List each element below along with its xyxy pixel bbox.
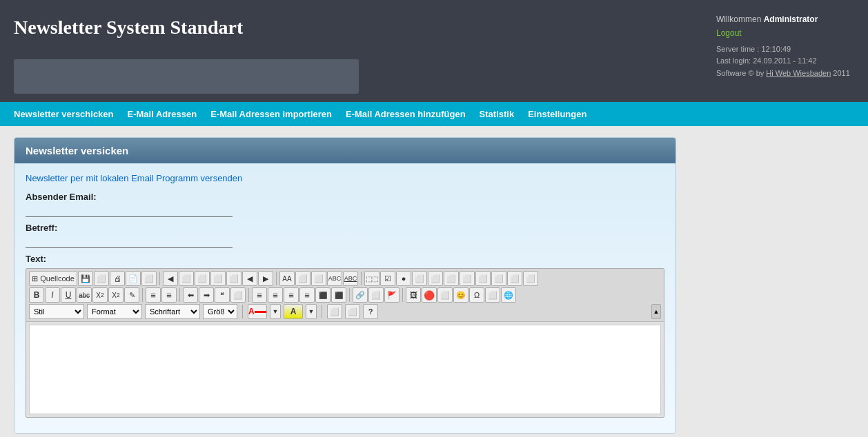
- toolbar-radio-btn[interactable]: ●: [396, 271, 411, 286]
- nav: Newsletter verschicken E-Mail Adressen E…: [0, 102, 868, 126]
- toolbar-code-btn[interactable]: ⬜: [230, 287, 246, 303]
- software-line: Software © by Hi Web Wiesbaden 2011: [716, 68, 854, 80]
- nav-einstellungen[interactable]: Einstellungen: [521, 106, 593, 122]
- toolbar-img-btn[interactable]: 🖼: [406, 287, 421, 303]
- toolbar-find-btn[interactable]: AA: [279, 271, 295, 286]
- toolbar-new-btn[interactable]: ⬜: [94, 271, 109, 286]
- betreff-input[interactable]: [26, 234, 233, 248]
- toolbar-bold-btn[interactable]: B: [29, 287, 44, 303]
- toolbar-iframe-btn[interactable]: ⬜: [485, 287, 500, 303]
- toolbar-strike-btn[interactable]: abc: [77, 287, 92, 303]
- nav-email-importieren[interactable]: E-Mail Adressen importieren: [204, 106, 339, 122]
- toolbar-anchor-btn[interactable]: 🚩: [384, 287, 400, 303]
- toolbar-align-center-btn[interactable]: ≡: [268, 287, 283, 303]
- toolbar-sub-btn[interactable]: X2: [92, 287, 108, 303]
- nav-statistik[interactable]: Statistik: [473, 106, 522, 122]
- toolbar-table2-btn[interactable]: ⬜: [437, 287, 453, 303]
- logout-link[interactable]: Logout: [716, 26, 854, 40]
- editor-body[interactable]: [29, 325, 661, 414]
- header: Newsletter System Standart Willkommen Ad…: [0, 0, 868, 102]
- toolbar-align-justify-btn[interactable]: ≡: [299, 287, 315, 303]
- toolbar-quellcode-btn[interactable]: ⊞StilQuellcode: [29, 271, 77, 286]
- toolbar-field7-btn[interactable]: ⬜: [507, 271, 522, 286]
- toolbar-preview-btn[interactable]: 📄: [126, 271, 141, 286]
- toolbar-field8-btn[interactable]: ⬜: [523, 271, 538, 286]
- schriftart-select[interactable]: Schriftart: [145, 304, 200, 319]
- toolbar-row-2: B I U abc X2 X2 ✎ ≡ ≡ ⬅ ➡: [29, 287, 661, 303]
- toolbar-checkbox-btn[interactable]: ☑: [380, 271, 395, 286]
- toolbar-flash-btn[interactable]: 🔴: [422, 287, 437, 303]
- text-row: Text: ⊞StilQuellcode 💾 ⬜ 🖨: [26, 254, 664, 418]
- toolbar-special-btn[interactable]: Ω: [469, 287, 484, 303]
- toolbar-save-btn[interactable]: 💾: [78, 271, 93, 286]
- toolbar-outdent-btn[interactable]: ⬅: [183, 287, 198, 303]
- toolbar-paste4-btn[interactable]: ⬜: [345, 304, 360, 319]
- toolbar-align-left-btn[interactable]: ≡: [252, 287, 267, 303]
- toolbar-unlink-btn[interactable]: ⬜: [368, 287, 384, 303]
- local-email-link[interactable]: Newsletter per mit lokalen Email Program…: [26, 173, 242, 183]
- toolbar-paste2-btn[interactable]: ⬜: [226, 271, 241, 286]
- toolbar-field4-btn[interactable]: ⬜: [460, 271, 475, 286]
- toolbar-spell-btn[interactable]: ABC: [327, 271, 342, 286]
- absender-input[interactable]: [26, 203, 233, 217]
- tb-sep-2: [276, 272, 277, 285]
- toolbar-ul-btn[interactable]: ≡: [146, 287, 161, 303]
- editor-toolbar: ⊞StilQuellcode 💾 ⬜ 🖨 📄 ⬜ ◀ ⬜ ⬜ ⬜: [26, 269, 664, 322]
- header-info: Willkommen Administrator Logout Server t…: [716, 12, 854, 80]
- toolbar-redo-btn[interactable]: ▶: [258, 271, 273, 286]
- toolbar-copy-btn[interactable]: ⬜: [195, 271, 210, 286]
- absender-row: Absender Email:: [26, 192, 664, 217]
- toolbar-paste1-btn[interactable]: ⬜: [179, 271, 194, 286]
- toolbar-italic-btn[interactable]: I: [45, 287, 60, 303]
- toolbar-ol-btn[interactable]: ≡: [161, 287, 177, 303]
- toolbar-field1-btn[interactable]: ⬜: [412, 271, 427, 286]
- toolbar-undo-btn[interactable]: ◀: [242, 271, 257, 286]
- toolbar-underline-btn[interactable]: U: [61, 287, 76, 303]
- groesse-select[interactable]: Größ: [203, 304, 237, 319]
- toolbar-template-btn[interactable]: ⬜: [141, 271, 157, 286]
- toolbar-scrollbar[interactable]: ▲: [651, 304, 661, 319]
- toolbar-font-color-dropdown-btn[interactable]: ▼: [270, 304, 281, 319]
- toolbar-color-btn[interactable]: ✎: [124, 287, 139, 303]
- toolbar-sup-btn[interactable]: X2: [108, 287, 124, 303]
- toolbar-replace-btn[interactable]: ⬜: [295, 271, 310, 286]
- nav-email-adressen[interactable]: E-Mail Adressen: [121, 106, 204, 122]
- toolbar-ltr-btn[interactable]: ⬛: [315, 287, 331, 303]
- toolbar-field5-btn[interactable]: ⬜: [475, 271, 491, 286]
- toolbar-cut-btn[interactable]: ⬜: [210, 271, 226, 286]
- toolbar-font-color-btn[interactable]: A: [248, 304, 267, 319]
- toolbar-table1-btn[interactable]: ⬚⬚: [364, 271, 379, 286]
- toolbar-quote-btn[interactable]: ❝: [215, 287, 230, 303]
- format-select[interactable]: Format: [87, 304, 142, 319]
- toolbar-bg-color-dropdown-btn[interactable]: ▼: [306, 304, 317, 319]
- toolbar-link-btn[interactable]: 🔗: [353, 287, 368, 303]
- toolbar-indent-btn[interactable]: ➡: [199, 287, 214, 303]
- toolbar-paste3-btn[interactable]: ⬜: [327, 304, 342, 319]
- site-title: Newsletter System Standart: [14, 17, 359, 39]
- software-link[interactable]: Hi Web Wiesbaden: [766, 69, 831, 77]
- toolbar-field6-btn[interactable]: ⬜: [491, 271, 506, 286]
- welcome-line: Willkommen Administrator: [716, 12, 854, 26]
- tb-sep-4: [142, 288, 143, 302]
- betreff-row: Betreff:: [26, 223, 664, 248]
- toolbar-spell2-btn[interactable]: ABC: [343, 271, 358, 286]
- betreff-label: Betreff:: [26, 223, 664, 233]
- toolbar-print-btn[interactable]: 🖨: [110, 271, 125, 286]
- toolbar-field2-btn[interactable]: ⬜: [428, 271, 443, 286]
- toolbar-left-btn[interactable]: ◀: [163, 271, 178, 286]
- toolbar-align-right-btn[interactable]: ≡: [284, 287, 299, 303]
- toolbar-field3-btn[interactable]: ⬜: [444, 271, 459, 286]
- toolbar-image-btn[interactable]: ⬜: [311, 271, 326, 286]
- tb-sep-7: [349, 288, 350, 302]
- nav-newsletter-verschicken[interactable]: Newsletter verschicken: [7, 106, 121, 122]
- toolbar-world-btn[interactable]: 🌐: [501, 287, 516, 303]
- nav-email-hinzufuegen[interactable]: E-Mail Adressen hinzufügen: [339, 106, 473, 122]
- toolbar-bg-color-btn[interactable]: A: [284, 304, 303, 319]
- last-login-line: Last login: 24.09.2011 - 11:42: [716, 55, 854, 68]
- toolbar-help-btn[interactable]: ?: [363, 304, 378, 319]
- stil-select[interactable]: Stil: [29, 304, 84, 319]
- toolbar-rtl-btn[interactable]: ⬛: [331, 287, 346, 303]
- panel-header: Newsletter versicken: [14, 138, 675, 163]
- toolbar-emoticon-btn[interactable]: 😊: [453, 287, 468, 303]
- main-content: Newsletter versicken Newsletter per mit …: [0, 126, 868, 437]
